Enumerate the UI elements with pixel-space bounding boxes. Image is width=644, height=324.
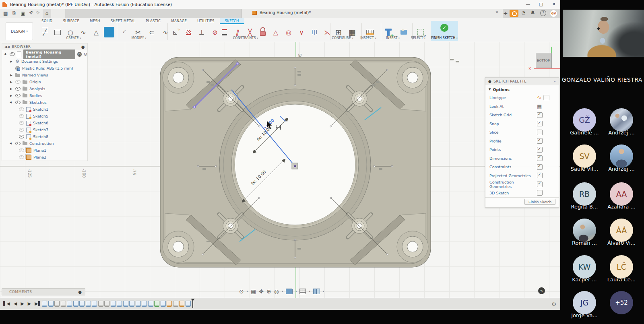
help-icon[interactable]: ?	[540, 10, 546, 16]
new-tab-icon[interactable]: +	[503, 10, 508, 17]
look-at-icon[interactable]: ▦	[251, 288, 256, 295]
participant-tile[interactable]	[610, 108, 633, 132]
group-label-inspect[interactable]: INSPECT ▾	[360, 36, 376, 40]
lock-constraint-icon[interactable]	[258, 27, 268, 37]
eye-off-icon[interactable]	[19, 149, 24, 152]
group-label-finish-sketch[interactable]: FINISH SKETCH ▾	[431, 36, 458, 40]
comments-bar[interactable]: COMMENTS ●	[2, 288, 85, 295]
zoom-icon[interactable]: ⊕	[266, 288, 271, 295]
model-canvas[interactable]: -125 -100 -75 -50 -25 50 25	[0, 42, 560, 298]
participant-tile[interactable]: SV	[573, 144, 596, 168]
play-icon[interactable]: ▶	[21, 301, 24, 306]
participant-tile[interactable]	[573, 219, 596, 242]
participant-tile[interactable]: KW	[573, 255, 596, 279]
group-label-create[interactable]: CREATE ▾	[66, 36, 81, 40]
checkbox[interactable]	[537, 138, 543, 144]
design-workspace-dropdown[interactable]: DESIGN▾	[6, 23, 33, 40]
checkbox[interactable]	[537, 190, 543, 196]
checkbox[interactable]	[537, 130, 543, 135]
curvature-constraint-icon[interactable]: ⋋	[322, 27, 332, 37]
eye-icon[interactable]	[15, 101, 21, 104]
minimize-button[interactable]: —	[522, 0, 534, 8]
timeline-feature-icon[interactable]	[67, 301, 72, 307]
participant-tile[interactable]: ÁÁ	[610, 219, 633, 242]
group-label-select[interactable]: SELECT ▾	[411, 36, 425, 40]
offset-tool-icon[interactable]: ⊂	[147, 27, 157, 37]
eye-icon[interactable]	[15, 87, 21, 91]
timeline-feature-icon[interactable]	[54, 301, 60, 307]
browser-item[interactable]: ▶Bodies	[2, 92, 87, 99]
checkbox[interactable]	[537, 112, 543, 118]
timeline-feature-icon[interactable]	[73, 301, 78, 307]
document-tab-close-icon[interactable]: ✕	[495, 10, 499, 14]
automatic-dimension-icon[interactable]	[183, 27, 194, 37]
eye-off-icon[interactable]	[19, 107, 24, 111]
target-icon[interactable]: ⊙	[84, 52, 87, 57]
active-rectangle-tool-icon[interactable]	[104, 27, 114, 37]
tab-sheet-metal[interactable]: SHEET METAL	[105, 18, 141, 24]
step-forward-icon[interactable]: ▶	[28, 301, 31, 306]
home-icon[interactable]: ⌂	[43, 9, 52, 18]
timeline-feature-icon[interactable]	[161, 301, 166, 307]
group-label-configure[interactable]: CONFIGURE ▾	[332, 36, 353, 40]
eye-off-icon[interactable]	[19, 128, 24, 132]
participant-tile[interactable]	[610, 144, 633, 168]
mirror-tool-icon[interactable]: △	[91, 27, 101, 37]
tab-solid[interactable]: SOLID	[36, 18, 58, 24]
browser-item[interactable]: Sketch6	[2, 120, 87, 126]
user-avatar[interactable]: GV	[550, 10, 557, 17]
step-back-icon[interactable]: ◀	[14, 301, 17, 306]
timeline-feature-icon[interactable]	[98, 301, 103, 307]
timeline-feature-icon[interactable]	[79, 301, 85, 307]
assistant-bubble-icon[interactable]: ∿	[538, 287, 545, 294]
browser-item[interactable]: Plane1	[2, 147, 87, 154]
checkbox[interactable]	[537, 164, 543, 170]
normal-linetype-icon[interactable]	[543, 95, 549, 100]
chevron-down-icon[interactable]: ▾	[309, 290, 310, 293]
checkbox[interactable]	[537, 121, 543, 126]
expander-icon[interactable]: ▶	[9, 80, 13, 84]
browser-item[interactable]: Sketch1	[2, 106, 87, 113]
presenter-video[interactable]	[563, 10, 644, 57]
timeline-feature-icon[interactable]	[92, 301, 97, 307]
symmetry-constraint-icon[interactable]: [|]	[309, 27, 320, 37]
chevron-down-icon[interactable]: ▾	[323, 290, 324, 293]
fit-icon[interactable]: ◎	[274, 288, 279, 295]
browser-options-icon[interactable]: ●	[81, 45, 85, 49]
eye-icon[interactable]	[10, 52, 15, 56]
insert-image-icon[interactable]	[398, 27, 409, 37]
group-label-insert[interactable]: INSERT ▾	[386, 36, 400, 40]
comments-options-icon[interactable]: ●	[78, 290, 82, 294]
fillet-tool-icon[interactable]: ◜	[119, 27, 130, 37]
midpoint-constraint-icon[interactable]: ∨	[296, 27, 307, 37]
triangle-constraint-icon[interactable]: △	[270, 27, 281, 37]
view-cube[interactable]: BOTTOM	[536, 53, 552, 68]
group-label-constraints[interactable]: CONSTRAINTS ▾	[233, 36, 258, 40]
redo-icon[interactable]: ↷▾	[36, 8, 39, 18]
browser-item[interactable]: ▶Sketches	[2, 99, 87, 106]
tab-surface[interactable]: SURFACE	[58, 18, 85, 24]
eye-icon[interactable]	[19, 135, 24, 138]
perpendicular-lines-icon[interactable]: ⊥	[196, 27, 207, 37]
timeline-feature-icon[interactable]	[86, 301, 91, 307]
participant-tile[interactable]: +52	[610, 291, 633, 314]
job-status-icon[interactable]	[510, 10, 518, 17]
browser-item[interactable]: Sketch8	[2, 133, 87, 140]
rectangle-tool-icon[interactable]	[52, 27, 63, 37]
look-at-icon[interactable]: ▦	[537, 103, 542, 109]
timeline-feature-icon[interactable]	[136, 301, 141, 307]
checkbox[interactable]	[537, 147, 543, 153]
eye-off-icon[interactable]	[19, 155, 24, 159]
finish-sketch-palette-button[interactable]: Finish Sketch	[524, 199, 555, 205]
participant-tile[interactable]: JG	[573, 291, 596, 314]
timeline-feature-icon[interactable]	[142, 301, 147, 307]
undo-icon[interactable]: ↶▾	[29, 8, 32, 18]
browser-item[interactable]: Sketch7	[2, 126, 87, 133]
timeline-feature-icon[interactable]	[61, 301, 66, 307]
timeline-feature-icon[interactable]	[42, 301, 47, 307]
group-label-modify[interactable]: MODIFY ▾	[131, 36, 146, 40]
tab-utilities[interactable]: UTILITIES	[192, 18, 219, 24]
browser-root-row[interactable]: ▶ Bearing Housing (metal) G ⊙	[2, 50, 87, 58]
chevron-down-icon[interactable]: ▾	[247, 290, 248, 293]
timeline-feature-icon[interactable]	[123, 301, 128, 307]
